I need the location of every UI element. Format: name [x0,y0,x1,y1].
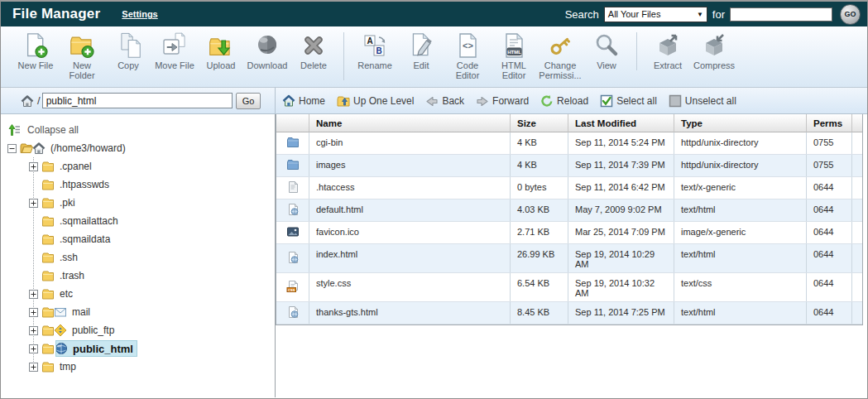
path-bar: / Go [1,88,276,113]
column-header-perms[interactable]: Perms [807,114,852,132]
html-file-icon [286,251,300,266]
unselect-all-icon [669,94,682,108]
move-file-icon [161,32,188,59]
cell-type: text/html [674,200,807,221]
search-go-button[interactable]: GO [840,4,861,25]
edit-icon [408,32,434,59]
tree-item[interactable]: .sqmailattach [1,212,275,230]
nav-select-all-button[interactable]: Select all [600,94,657,108]
tree-item[interactable]: mail [1,303,275,321]
navigation-bar: HomeUp One LevelBackForwardReloadSelect … [276,88,867,113]
cell-size: 2.71 KB [511,222,568,243]
toolbar-code-editor-button[interactable]: <>Code Editor [444,32,491,80]
table-row[interactable]: cgi-bin4 KBSep 11, 2014 5:24 PMhttpd/uni… [276,132,862,155]
plus-expander-icon[interactable] [29,199,38,208]
table-row[interactable]: CSSstyle.css6.54 KBSep 19, 2014 10:32 AM… [276,273,862,302]
column-header-size[interactable]: Size [511,114,568,132]
tree-item[interactable]: etc [1,285,275,303]
home-icon [282,94,295,108]
toolbar-extract-button[interactable]: Extract [645,32,691,70]
toolbar-new-folder-button[interactable]: New Folder [59,32,105,80]
nav-back-button[interactable]: Back [425,94,464,108]
toolbar-compress-button[interactable]: Compress [691,32,737,70]
table-row[interactable]: favicon.ico2.71 KBMar 25, 2014 7:09 PMim… [276,222,862,244]
toolbar-move-file-button[interactable]: Move File [151,32,198,70]
search-scope-select[interactable]: All Your Files ▼ [604,7,707,22]
file-manager-window: File Manager Settings Search All Your Fi… [0,0,868,399]
toolbar-edit-button[interactable]: Edit [398,32,444,70]
path-go-button[interactable]: Go [236,93,261,109]
cell-name: index.html [309,244,511,272]
table-row[interactable]: images4 KBSep 11, 2014 7:39 PMhttpd/unix… [276,155,862,177]
tree-item[interactable]: .htpasswds [1,175,275,194]
html-editor-icon: HTML [501,32,527,59]
tree-item[interactable]: (/home3/howard) [1,139,275,157]
tree-item[interactable]: public_ftp [1,321,275,339]
plus-expander-icon[interactable] [29,290,38,299]
toolbar-rename-button[interactable]: ABRename [352,32,398,70]
cell-perms: 0644 [807,273,852,301]
cell-last-modified: May 7, 2009 9:02 PM [568,200,674,221]
path-slash: / [37,94,41,107]
text-file-icon [286,180,300,195]
settings-link[interactable]: Settings [122,9,157,19]
toolbar-upload-button[interactable]: Upload [198,32,244,70]
folder-icon [41,196,55,209]
tree-item[interactable]: .cpanel [1,157,275,175]
cell-type: image/x-generic [674,222,807,243]
toolbar-view-button[interactable]: View [583,32,630,70]
tree-item[interactable]: public_html [1,339,275,358]
svg-text:CSS: CSS [288,288,295,292]
cell-last-modified: Sep 19, 2014 10:32 AM [568,273,674,301]
toolbar-copy-button[interactable]: Copy [105,32,151,70]
plus-expander-icon[interactable] [29,363,38,372]
cell-size: 6.54 KB [511,273,568,301]
table-row[interactable]: thanks-gts.html8.45 KBSep 11, 2014 7:25 … [276,302,862,324]
toolbar-new-file-button[interactable]: New File [12,32,59,70]
nav-unselect-all-button[interactable]: Unselect all [669,94,736,108]
download-icon [254,32,281,59]
nav-up-one-level-button[interactable]: Up One Level [337,94,414,108]
image-file-icon [286,225,300,240]
plus-expander-icon[interactable] [29,162,38,171]
column-header-last-modified[interactable]: Last Modified [568,114,674,132]
path-input[interactable] [42,93,233,108]
directory-tree-sidebar: Collapse all(/home3/howard).cpanel.htpas… [1,114,276,397]
tree-item[interactable]: .sqmaildata [1,230,275,248]
cell-perms: 0755 [807,155,852,176]
nav-reload-button[interactable]: Reload [540,94,588,108]
forward-icon [476,94,489,108]
cell-name: images [309,155,511,176]
ftp-icon [54,324,68,337]
compress-icon [701,32,727,59]
nav-home-button[interactable]: Home [282,94,325,108]
plus-expander-icon[interactable] [29,344,38,353]
column-header-type[interactable]: Type [674,114,807,132]
plus-expander-icon[interactable] [29,326,38,335]
tree-item[interactable]: .trash [1,267,275,285]
nav-forward-button[interactable]: Forward [476,94,529,108]
tree-item[interactable]: .ssh [1,248,275,267]
minus-expander-icon[interactable] [7,144,17,153]
search-input[interactable] [730,7,832,22]
table-row[interactable]: default.html4.03 KBMay 7, 2009 9:02 PMte… [276,200,862,222]
toolbar-html-editor-button[interactable]: HTMLHTML Editor [491,32,537,80]
tree-item[interactable]: tmp [1,358,275,376]
table-row[interactable]: .htaccess0 bytesSep 11, 2014 6:42 PMtext… [276,177,862,200]
column-header-icon [276,114,309,132]
cell-size: 0 bytes [511,177,568,199]
toolbar-delete-button[interactable]: Delete [290,32,337,70]
cell-name: default.html [309,200,511,221]
back-icon [425,94,439,108]
toolbar-download-button[interactable]: Download [244,32,290,70]
extract-icon [655,32,681,59]
column-header-name[interactable]: Name [309,114,511,132]
collapse-all-control[interactable]: Collapse all [1,121,275,139]
toolbar-group: ExtractCompress [636,32,741,70]
plus-expander-icon[interactable] [29,308,38,317]
app-header: File Manager Settings Search All Your Fi… [1,2,867,26]
cell-name: style.css [309,273,511,301]
table-row[interactable]: index.html26.99 KBSep 19, 2014 10:29 AMt… [276,244,862,273]
toolbar-change-permissions-button[interactable]: Change Permissi... [537,32,583,80]
tree-item[interactable]: .pki [1,194,275,212]
